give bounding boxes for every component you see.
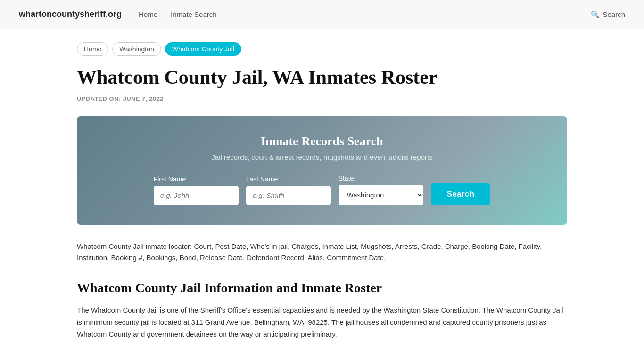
widget-title: Inmate Records Search [96,134,548,148]
search-form: First Name: Last Name: State: AlabamaAla… [96,174,548,205]
nav-brand[interactable]: whartoncountysheriff.org [19,9,122,19]
nav-link-home[interactable]: Home [139,10,157,18]
main-content: Home Washington Whatcom County Jail What… [58,29,586,362]
navbar: whartoncountysheriff.org Home Inmate Sea… [0,0,644,29]
updated-date: UPDATED ON: JUNE 7, 2022 [77,95,567,102]
updated-label: UPDATED ON: [77,95,121,102]
last-name-label: Last Name: [246,175,280,183]
breadcrumb-whatcom[interactable]: Whatcom County Jail [165,42,241,56]
section-heading: Whatcom County Jail Information and Inma… [77,280,567,296]
search-button[interactable]: Search [431,183,491,205]
nav-search[interactable]: 🔍 Search [591,10,625,19]
state-select[interactable]: AlabamaAlaskaArizonaArkansasCaliforniaCo… [339,185,423,205]
section-body: The Whatcom County Jail is one of the Sh… [77,304,567,340]
widget-subtitle: Jail records, court & arrest records, mu… [96,153,548,161]
breadcrumb-home[interactable]: Home [77,42,108,56]
state-label: State: [339,174,356,182]
breadcrumb: Home Washington Whatcom County Jail [77,42,567,56]
nav-search-label[interactable]: Search [603,10,625,18]
description-text: Whatcom County Jail inmate locator: Cour… [77,241,567,263]
nav-links: Home Inmate Search [139,10,574,18]
search-widget: Inmate Records Search Jail records, cour… [77,116,567,225]
last-name-group: Last Name: [246,175,331,205]
search-icon-nav: 🔍 [591,10,600,19]
page-title: Whatcom County Jail, WA Inmates Roster [77,66,567,89]
updated-date-value: JUNE 7, 2022 [123,95,164,102]
last-name-input[interactable] [246,186,331,205]
nav-link-inmate-search[interactable]: Inmate Search [171,10,217,18]
first-name-label: First Name: [154,175,188,183]
state-group: State: AlabamaAlaskaArizonaArkansasCalif… [339,174,423,205]
breadcrumb-washington[interactable]: Washington [112,42,161,56]
first-name-input[interactable] [154,186,239,205]
first-name-group: First Name: [154,175,239,205]
